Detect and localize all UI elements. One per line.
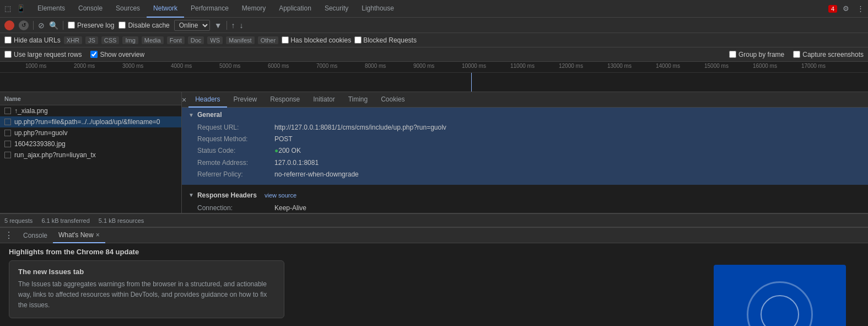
filter-ws[interactable]: WS: [207, 36, 223, 44]
filter-xhr[interactable]: XHR: [64, 36, 82, 44]
preserve-log-checkbox[interactable]: [68, 22, 75, 29]
general-arrow: ▼: [188, 112, 194, 118]
filter-other[interactable]: Other: [258, 36, 279, 44]
transferred-size: 6.1 kB transferred: [41, 217, 89, 224]
stop-button[interactable]: [4, 20, 14, 30]
show-overview-option[interactable]: Show overview: [90, 51, 144, 58]
card-title-issues: The new Issues tab: [18, 268, 275, 276]
file-row[interactable]: up.php?run=guolv: [0, 127, 181, 138]
filter-img[interactable]: Img: [122, 36, 138, 44]
filter-doc[interactable]: Doc: [188, 36, 204, 44]
file-checkbox-0[interactable]: [4, 108, 11, 114]
network-throttle-select[interactable]: Online: [174, 20, 210, 31]
response-headers-section-header[interactable]: ▼ Response Headers view source: [188, 189, 861, 201]
group-by-frame-option[interactable]: Group by frame: [729, 51, 784, 58]
filter-font[interactable]: Font: [167, 36, 185, 44]
prop-key-remote: Remote Address:: [197, 158, 274, 168]
tick-10000: 10000 ms: [462, 62, 486, 69]
tick-6000: 6000 ms: [268, 62, 289, 69]
detail-panel: × Headers Preview Response Initiator Tim…: [182, 92, 868, 213]
prop-key-request-url: Request URL:: [197, 122, 274, 133]
status-icon: ●: [274, 146, 278, 156]
tab-console[interactable]: Console: [72, 0, 109, 18]
has-blocked-cookies-checkbox[interactable]: [282, 36, 289, 44]
drawer-tab-close[interactable]: ×: [96, 231, 100, 239]
hide-data-urls-label[interactable]: Hide data URLs: [4, 36, 61, 44]
tab-response[interactable]: Response: [263, 92, 306, 108]
tab-sources[interactable]: Sources: [109, 0, 147, 18]
file-row-selected[interactable]: up.php?run=file&path=../../upload/up/&fi…: [0, 116, 181, 127]
options-right: Group by frame Capture screenshots: [729, 51, 864, 58]
devtools-icon-group: ⬚ 📱: [2, 3, 26, 14]
requests-count: 5 requests: [4, 217, 33, 224]
prop-val-referrer: no-referrer-when-downgrade: [274, 169, 359, 180]
close-panel-button[interactable]: ×: [182, 95, 186, 104]
drawer-title: Highlights from the Chrome 84 update: [9, 248, 859, 256]
file-checkbox-2[interactable]: [4, 130, 11, 136]
network-toolbar: ↺ ⊘ 🔍 Preserve log Disable cache Online …: [0, 18, 868, 33]
tab-security[interactable]: Security: [318, 0, 355, 18]
show-overview-checkbox[interactable]: [90, 51, 98, 58]
tick-5000: 5000 ms: [219, 62, 240, 69]
error-badge: 4: [828, 5, 837, 13]
filter-media[interactable]: Media: [142, 36, 164, 44]
throttle-arrow[interactable]: ▼: [214, 21, 222, 30]
view-source-link[interactable]: view source: [265, 192, 296, 199]
separator-2: [63, 21, 63, 30]
file-checkbox-4[interactable]: [4, 152, 11, 158]
file-row[interactable]: ↑_xiala.png: [0, 105, 181, 116]
prop-key-referrer: Referrer Policy:: [197, 169, 274, 180]
blocked-requests-checkbox[interactable]: [354, 36, 362, 44]
tick-2000: 2000 ms: [74, 62, 95, 69]
file-list: Name ↑_xiala.png up.php?run=file&path=..…: [0, 92, 182, 213]
card-text-issues: The Issues tab aggregates warnings from …: [18, 279, 275, 311]
drawer-dots-icon[interactable]: ⋮: [4, 230, 13, 241]
disable-cache-label[interactable]: Disable cache: [118, 22, 169, 29]
drawer-tab-whatsnew[interactable]: What's New ×: [53, 228, 105, 243]
import-icon[interactable]: ↑: [231, 21, 235, 30]
capture-screenshots-option[interactable]: Capture screenshots: [793, 51, 864, 58]
large-rows-checkbox[interactable]: [4, 51, 12, 58]
tab-initiator[interactable]: Initiator: [306, 92, 341, 108]
file-checkbox-1[interactable]: [4, 119, 11, 125]
drawer-tab-console[interactable]: Console: [18, 228, 53, 243]
filter-manifest[interactable]: Manifest: [226, 36, 255, 44]
tab-memory[interactable]: Memory: [235, 0, 272, 18]
capture-screenshots-checkbox[interactable]: [793, 51, 800, 58]
preserve-log-label[interactable]: Preserve log: [68, 22, 114, 29]
filter-css[interactable]: CSS: [101, 36, 120, 44]
tab-performance[interactable]: Performance: [184, 0, 235, 18]
tick-14000: 14000 ms: [656, 62, 680, 69]
file-row[interactable]: 16042339380.jpg: [0, 138, 181, 149]
group-by-frame-checkbox[interactable]: [729, 51, 736, 58]
timeline-area: 1000 ms 2000 ms 3000 ms 4000 ms 5000 ms …: [0, 62, 868, 92]
has-blocked-cookies-label[interactable]: Has blocked cookies: [282, 36, 351, 44]
export-icon[interactable]: ↓: [240, 21, 244, 30]
settings-icon[interactable]: ⚙: [840, 3, 851, 14]
hide-data-urls-checkbox[interactable]: [4, 36, 12, 44]
tab-cookies[interactable]: Cookies: [374, 92, 411, 108]
inspect-icon[interactable]: ⬚: [2, 3, 13, 14]
filter-js[interactable]: JS: [85, 36, 98, 44]
tab-application[interactable]: Application: [272, 0, 318, 18]
tab-preview[interactable]: Preview: [227, 92, 264, 108]
tick-7000: 7000 ms: [316, 62, 337, 69]
tick-4000: 4000 ms: [171, 62, 192, 69]
file-checkbox-3[interactable]: [4, 141, 11, 147]
tab-timing[interactable]: Timing: [342, 92, 375, 108]
tab-lighthouse[interactable]: Lighthouse: [355, 0, 401, 18]
tab-network[interactable]: Network: [147, 0, 184, 18]
large-rows-option[interactable]: Use large request rows: [4, 51, 82, 58]
disable-cache-checkbox[interactable]: [118, 22, 126, 29]
search-icon[interactable]: 🔍: [49, 21, 58, 30]
tab-elements[interactable]: Elements: [31, 0, 72, 18]
filter-icon[interactable]: ⊘: [38, 21, 45, 30]
refresh-button[interactable]: ↺: [19, 20, 29, 30]
more-icon[interactable]: ⋮: [855, 3, 866, 14]
status-bar: 5 requests 6.1 kB transferred 5.1 kB res…: [0, 213, 868, 227]
general-section-header[interactable]: ▼ General: [188, 109, 861, 121]
blocked-requests-label[interactable]: Blocked Requests: [354, 36, 417, 44]
device-icon[interactable]: 📱: [15, 3, 26, 14]
file-row[interactable]: run_ajax.php?run=liuyan_tx: [0, 149, 181, 161]
tab-headers[interactable]: Headers: [188, 92, 227, 108]
